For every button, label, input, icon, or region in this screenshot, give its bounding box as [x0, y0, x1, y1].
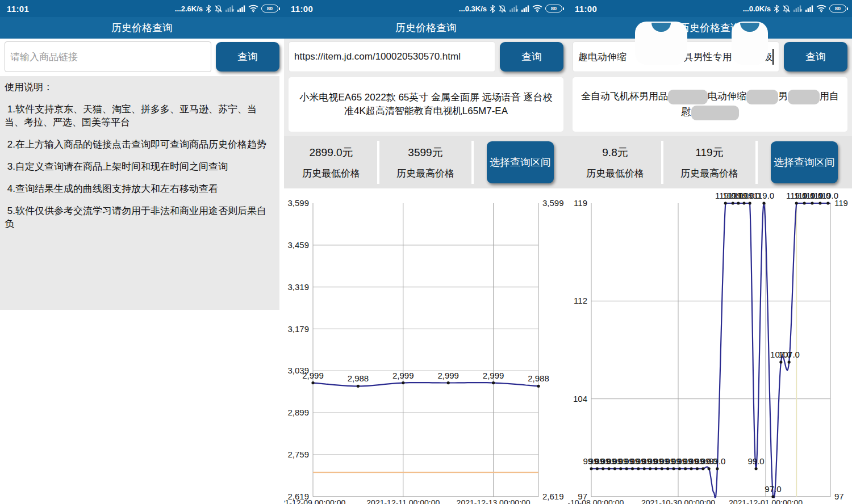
- svg-text:2,619: 2,619: [542, 492, 564, 501]
- censor-blur: [788, 90, 820, 104]
- app-title-bar: 历史价格查询: [568, 17, 852, 39]
- highest-price-value: 119元: [695, 145, 723, 160]
- censor-blur: [635, 22, 687, 65]
- search-row: 趣电动伸缩 器玩具男性专用 夹吸 查询: [568, 39, 852, 75]
- product-link-input[interactable]: https://item.jd.com/100020530570.html: [289, 41, 495, 72]
- page-title: 历史价格查询: [395, 21, 457, 35]
- svg-text:2,759: 2,759: [287, 450, 309, 459]
- price-stats-band: 9.8元 历史最低价格 119元 历史最高价格 选择查询区间: [568, 136, 852, 188]
- wifi-icon: [532, 5, 542, 12]
- svg-text:112: 112: [574, 296, 587, 305]
- mute-bell-icon: [214, 5, 223, 13]
- price-history-chart[interactable]: 3,5993,5993,4593,3193,1793,0392,8992,759…: [284, 188, 568, 504]
- product-title: 全自动飞机杯男用品电动伸缩男用自 慰: [581, 89, 839, 120]
- svg-text:97.0: 97.0: [765, 484, 781, 494]
- product-section: 全自动飞机杯男用品电动伸缩男用自 慰: [568, 75, 852, 136]
- range-cell: 选择查询区间: [757, 141, 852, 183]
- battery-indicator: 80: [829, 5, 846, 12]
- stitched-screenshots: 11:01 ...2.6K/s 80 历史价格查询 请输入商品链接 查询 使用说…: [0, 0, 852, 504]
- instruction-item: 1.软件支持京东、天猫、淘宝、拼多多、亚马逊、苏宁、当当、考拉、严选、国美等平台: [5, 103, 275, 129]
- query-button[interactable]: 查询: [784, 42, 847, 72]
- query-button[interactable]: 查询: [500, 42, 563, 72]
- search-row: 请输入商品链接 查询: [0, 39, 284, 75]
- svg-text:2021-12-11 00:00:00: 2021-12-11 00:00:00: [366, 498, 440, 504]
- text-caret: [772, 49, 774, 65]
- svg-text:119.0: 119.0: [754, 191, 774, 200]
- select-range-button[interactable]: 选择查询区间: [487, 141, 554, 183]
- bluetooth-icon: [490, 5, 495, 13]
- censor-blur: [740, 23, 759, 32]
- app-title-bar: 历史价格查询: [0, 17, 284, 39]
- signal-sim2-icon: [521, 5, 529, 12]
- clock-label: 11:00: [291, 4, 313, 14]
- range-cell: 选择查询区间: [473, 141, 568, 183]
- instruction-item: 4.查询结果生成的曲线图支持放大和左右移动查看: [5, 182, 275, 195]
- price-history-chart[interactable]: 119119112104979721-10-08 00:00:002021-10…: [568, 188, 852, 504]
- mute-bell-icon: [782, 5, 791, 13]
- status-icons: ...0.0K/s 80: [743, 5, 846, 13]
- signal-sim1-icon: [793, 5, 803, 12]
- lowest-price-cell: 9.8元 历史最低价格: [568, 136, 662, 188]
- highest-price-value: 3599元: [408, 145, 442, 160]
- chart-section: 119119112104979721-10-08 00:00:002021-10…: [568, 188, 852, 504]
- svg-text:3,599: 3,599: [287, 198, 309, 208]
- highest-price-cell: 119元 历史最高价格: [662, 136, 757, 188]
- status-bar: 11:00 ...0.3K/s 80: [284, 0, 568, 17]
- censor-blur: [732, 22, 768, 65]
- svg-text:119: 119: [574, 198, 587, 208]
- censor-blur: [746, 90, 778, 104]
- censor-blur: [651, 23, 671, 32]
- clock-label: 11:00: [575, 4, 597, 14]
- instruction-item: 2.在上方输入商品的链接点击查询即可查询商品历史价格趋势: [5, 138, 275, 151]
- input-placeholder: 请输入商品链接: [10, 51, 78, 64]
- svg-text:107.0: 107.0: [778, 350, 800, 359]
- bluetooth-icon: [774, 5, 779, 13]
- status-icons: ...0.3K/s 80: [459, 5, 562, 13]
- signal-sim1-icon: [225, 5, 235, 12]
- svg-text:2,899: 2,899: [287, 408, 309, 417]
- instructions-heading: 使用说明：: [5, 81, 275, 94]
- svg-text:2,999: 2,999: [437, 371, 459, 380]
- highest-price-cell: 3599元 历史最高价格: [378, 136, 473, 188]
- svg-text:2,999: 2,999: [302, 371, 324, 380]
- svg-text:99.0: 99.0: [747, 456, 764, 466]
- product-section: 小米电视EA65 2022款 65英寸 金属全面屏 远场语音 逐台校准4K超高清…: [284, 75, 568, 136]
- instruction-item: 5.软件仅供参考交流学习请勿用于非法和商业用途否则后果自负: [5, 204, 275, 230]
- lowest-price-value: 2899.0元: [309, 145, 353, 160]
- mute-bell-icon: [498, 5, 507, 13]
- input-value-part: 趣电动伸缩: [578, 51, 627, 64]
- svg-text:3,599: 3,599: [542, 198, 564, 208]
- select-range-button[interactable]: 选择查询区间: [771, 141, 838, 183]
- input-value: https://item.jd.com/100020530570.html: [294, 51, 461, 62]
- app-title-bar: 历史价格查询: [284, 17, 568, 39]
- search-row: https://item.jd.com/100020530570.html 查询: [284, 39, 568, 75]
- product-link-input[interactable]: 请输入商品链接: [5, 41, 211, 72]
- panel-middle: 11:00 ...0.3K/s 80 历史价格查询 https://item.j…: [284, 0, 568, 504]
- lowest-price-label: 历史最低价格: [586, 167, 644, 180]
- clock-label: 11:01: [7, 4, 29, 14]
- panel-left: 11:01 ...2.6K/s 80 历史价格查询 请输入商品链接 查询 使用说…: [0, 0, 284, 504]
- svg-text:2021-12-13 00:00:00: 2021-12-13 00:00:00: [457, 498, 531, 504]
- svg-text:97: 97: [834, 492, 844, 501]
- status-bar: 11:01 ...2.6K/s 80: [0, 0, 284, 17]
- lowest-price-value: 9.8元: [602, 145, 628, 160]
- svg-text:119.0: 119.0: [818, 191, 838, 200]
- svg-text:2021-10-30 00:00:00: 2021-10-30 00:00:00: [641, 498, 715, 504]
- svg-text:2021-12-01 00:00:00: 2021-12-01 00:00:00: [729, 498, 803, 504]
- product-card: 小米电视EA65 2022款 65英寸 金属全面屏 远场语音 逐台校准4K超高清…: [289, 77, 563, 132]
- svg-text:104: 104: [573, 394, 587, 404]
- svg-text:2,999: 2,999: [392, 371, 414, 380]
- query-button[interactable]: 查询: [216, 42, 279, 72]
- signal-sim2-icon: [237, 5, 245, 12]
- price-stats-band: 2899.0元 历史最低价格 3599元 历史最高价格 选择查询区间: [284, 136, 568, 188]
- highest-price-label: 历史最高价格: [680, 167, 738, 180]
- svg-text:2,999: 2,999: [483, 371, 504, 380]
- wifi-icon: [248, 5, 258, 12]
- product-title: 小米电视EA65 2022款 65英寸 金属全面屏 远场语音 逐台校准4K超高清…: [295, 91, 557, 118]
- signal-sim2-icon: [805, 5, 813, 12]
- signal-sim1-icon: [509, 5, 519, 12]
- svg-text:99.0: 99.0: [709, 456, 725, 466]
- svg-text:2,988: 2,988: [348, 373, 369, 383]
- network-speed-label: ...0.0K/s: [743, 5, 771, 13]
- network-speed-label: ...2.6K/s: [175, 5, 203, 13]
